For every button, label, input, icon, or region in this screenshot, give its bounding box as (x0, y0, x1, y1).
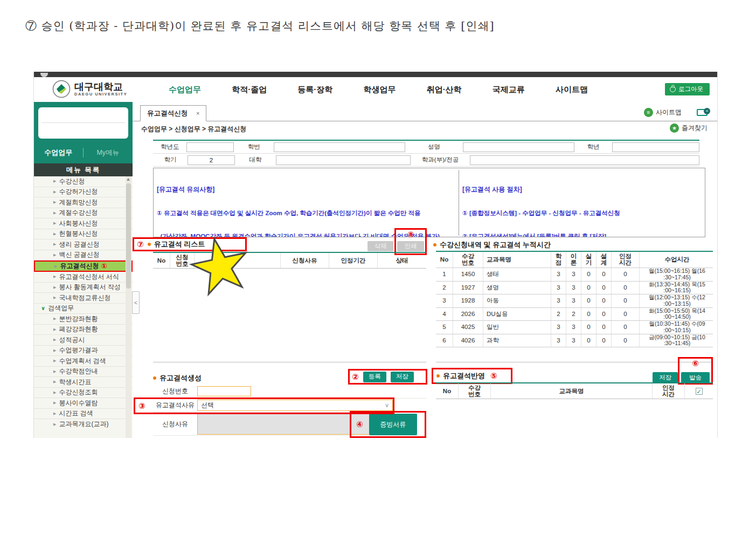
apply-no-row: 신청번호 (153, 385, 426, 399)
delete-button[interactable]: 삭제 (367, 241, 393, 251)
triangle-icon: ▶ (53, 380, 56, 384)
triangle-icon: ▶ (53, 296, 56, 300)
reason-textarea[interactable] (197, 413, 372, 435)
year-label: 학년도 (153, 143, 186, 151)
tab-bar: 유고결석신청 × ≡ 사이트맵 × (133, 105, 717, 121)
annotation-badge-5: ⑤ (490, 371, 497, 381)
studentno-input[interactable] (274, 142, 405, 152)
sidebar-menu: ▶수강신청 ▶수강허가신청 ▶계절희망신청 ▶계절수강신청 ▶사회봉사신청 ▶헌… (34, 176, 133, 438)
annotation-badge-8: ⑧ (407, 230, 414, 239)
nav-item-records[interactable]: 학적·졸업 (232, 85, 267, 95)
sidebar-item-credit-guide[interactable]: ▶수강학점안내 (34, 367, 133, 378)
period-start-input[interactable] (197, 438, 251, 438)
sidebar-item-eval-result[interactable]: ▶수업평가결과 (34, 346, 133, 356)
register-button[interactable]: 등록 (363, 372, 386, 382)
table-row[interactable]: 54025일반33000월(10:30~11:45) 수(09 :00~10:1… (436, 321, 713, 334)
favorite-link[interactable]: ★ 즐겨찾기 (670, 124, 708, 133)
sidebar-item-timetable[interactable]: ▶학생시간표 (34, 377, 133, 388)
table-row[interactable]: 11450생태33000월(15:00~16:15) 월(16 :30~17:4… (436, 268, 713, 282)
sidebar-item-vaccine-absence[interactable]: ▶백신 공결신청 (34, 250, 133, 261)
sidebar-item-course-overview[interactable]: ▶교과목개요(교과) (34, 419, 133, 430)
name-input[interactable] (463, 142, 574, 152)
triangle-icon: ▶ (53, 411, 56, 416)
sidebar-item-timetable-search[interactable]: ▶시간표 검색 (34, 409, 133, 420)
sidebar-item-grade-posting[interactable]: ▶성적공시 (34, 335, 133, 346)
sidebar-item-seasonal[interactable]: ▶계절수강신청 (34, 208, 133, 219)
reason-label: 신청사유 (153, 420, 197, 429)
college-input[interactable] (276, 155, 411, 165)
sidebar-item-service-plan[interactable]: ▶봉사 활동계획서 작성 (34, 283, 133, 293)
apply-save-button[interactable]: 저장 (653, 372, 678, 383)
table-row[interactable]: 64026과학33000금(09:00~10:15) 금(10 :30~11:4… (436, 334, 713, 348)
scrollbar-thumb[interactable] (126, 183, 131, 289)
triangle-icon: ▶ (53, 359, 56, 363)
sidebar-item-service-view[interactable]: ▶봉사이수열람 (34, 398, 133, 409)
sidebar-item-domestic-credit[interactable]: ▶국내학점교류신청 (34, 293, 133, 304)
table-row[interactable]: 42026DU실용22000화(15:00~15:50) 목(14 :00~14… (436, 308, 713, 321)
sidebar-item-absence-apply-active[interactable]: ▶유고결석신청① (34, 260, 133, 272)
triangle-icon: ▶ (53, 369, 56, 374)
triangle-icon: ▶ (53, 338, 56, 342)
instruction-caption: ⑦ 승인 (학과장 - 단과대학)이 완료된 후 유고결석 리스트에서 해당 항… (25, 18, 495, 33)
bullet-icon (148, 243, 151, 246)
nav-item-sitemap[interactable]: 사이트맵 (556, 85, 588, 95)
sidebar-scrollbar[interactable] (126, 176, 131, 438)
sidebar-item-sugang-permit[interactable]: ▶수강허가신청 (34, 187, 133, 198)
send-button[interactable]: 발송 (681, 372, 710, 383)
sidebar-item-social-service[interactable]: ▶사회봉사신청 (34, 218, 133, 229)
period-end-input[interactable] (264, 438, 318, 438)
scroll-up-icon[interactable] (127, 178, 130, 181)
major-input[interactable] (470, 155, 699, 165)
nav-item-classwork[interactable]: 수업업무 (169, 85, 201, 95)
grade-input[interactable] (612, 142, 699, 152)
nav-item-student[interactable]: 학생업무 (363, 85, 396, 95)
studentno-label: 학번 (234, 143, 274, 151)
star-annotation (189, 237, 252, 297)
app-window: 대구대학교 DAEGU UNIVERSITY 수업업무 학적·졸업 등록·장학 … (33, 72, 718, 438)
logo-subtitle: DAEGU UNIVERSITY (74, 92, 127, 97)
table-row[interactable]: 31928아동33000월(12:00~13:15) 수(12 :00~13:1… (436, 294, 713, 308)
sidebar-item-menstrual-absence[interactable]: ▶생리 공결신청 (34, 239, 133, 250)
apply-no-input[interactable] (197, 386, 251, 396)
table-row[interactable]: 21927생명33000화(13:30~14:45) 목(15 :00~16:1… (436, 282, 713, 295)
nav-item-registration[interactable]: 등록·장학 (297, 85, 332, 95)
sidebar-item-closed-courses[interactable]: ▶폐강강좌현황 (34, 325, 133, 335)
sidebar-item-absence-form[interactable]: ▶유고결석신청서 서식 (34, 272, 133, 283)
sidebar-item-sugang[interactable]: ▶수강신청 (34, 176, 133, 187)
print-button[interactable]: 인쇄 (397, 241, 424, 251)
annotation-box-3: ③ (134, 397, 394, 414)
university-logo: 대구대학교 DAEGU UNIVERSITY (52, 80, 127, 98)
annotation-badge-7: ⑦ (137, 239, 144, 249)
sitemap-link[interactable]: ≡ 사이트맵 (644, 108, 682, 117)
tab-absence-apply[interactable]: 유고결석신청 × (140, 105, 206, 121)
nav-item-career[interactable]: 취업·산학 (427, 85, 462, 95)
annotation-badge-2: ② (352, 372, 359, 382)
nav-item-international[interactable]: 국제교류 (493, 85, 525, 95)
tab-bar-icons: ≡ 사이트맵 × (644, 108, 708, 117)
tab-close-icon[interactable]: × (196, 110, 199, 116)
sidebar-item-syllabus-search[interactable]: ▶수업계획서 검색 (34, 356, 133, 367)
apply-no-label: 신청번호 (153, 387, 197, 396)
tab-label: 유고결석신청 (147, 109, 188, 118)
triangle-icon: ▶ (53, 327, 56, 332)
year-input[interactable] (186, 142, 234, 152)
close-all-windows-icon[interactable]: × (697, 109, 708, 116)
sidebar-item-section-status[interactable]: ▶분반강좌현황 (34, 314, 133, 325)
major-label: 학과(부)/전공 (411, 156, 470, 164)
sidebar-group-search[interactable]: ∨검색업무 (34, 304, 133, 314)
sidebar-item-blood-service[interactable]: ▶헌혈봉사신청 (34, 229, 133, 240)
sidebar-tab-classwork[interactable]: 수업업무 (34, 148, 84, 157)
sidebar-item-sugang-lookup[interactable]: ▶수강신청조회 (34, 388, 133, 399)
sidebar-item-seasonal-wish[interactable]: ▶계절희망신청 (34, 197, 133, 208)
attachment-button[interactable]: 증빙서류 (369, 414, 417, 435)
create-save-button[interactable]: 저장 (391, 372, 414, 382)
content-area: 유고결석신청 × ≡ 사이트맵 × 수업업무 > 신청업무 > 유고결석신청 ★… (133, 102, 717, 438)
triangle-icon: ▶ (53, 200, 56, 204)
logout-button[interactable]: 로그아웃 (665, 83, 710, 95)
triangle-icon: ▶ (53, 242, 56, 246)
triangle-icon: ▶ (53, 179, 56, 183)
power-icon (670, 86, 676, 92)
select-all-checkbox[interactable]: ✓ (696, 388, 703, 395)
notice-procedure: [유고결석 사용 절차] ① [종합정보시스템] - 수업업무 - 신청업무 -… (459, 170, 703, 236)
sidebar-tab-mymenu[interactable]: My메뉴 (84, 148, 133, 157)
